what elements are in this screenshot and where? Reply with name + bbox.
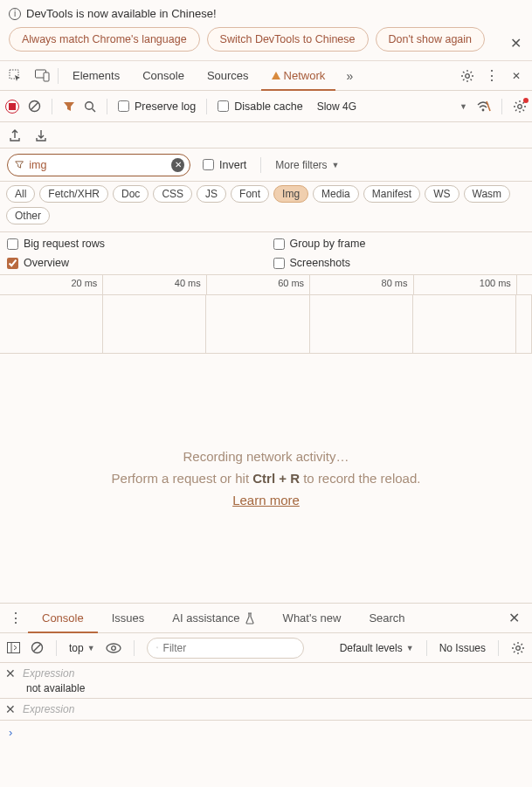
overview-timeline[interactable]: 20 ms40 ms60 ms80 ms100 ms <box>0 275 532 354</box>
live-expression-row: ✕Expression <box>0 699 532 720</box>
group-by-frame-checkbox[interactable]: Group by frame <box>273 238 526 250</box>
drawer-tab-ai[interactable]: AI assistance <box>158 604 268 633</box>
svg-point-8 <box>482 109 485 112</box>
console-toolbar: top ▼ Default levels ▼ No Issues <box>0 633 532 663</box>
settings-gear-icon[interactable] <box>455 64 480 88</box>
timeline-label: 100 ms <box>414 275 517 294</box>
expression-placeholder[interactable]: Expression <box>23 703 74 715</box>
sidebar-toggle-icon[interactable] <box>7 642 20 653</box>
svg-point-17 <box>516 645 521 650</box>
warning-icon <box>272 72 280 79</box>
overview-checkbox[interactable]: Overview <box>7 257 259 269</box>
svg-rect-2 <box>44 72 49 81</box>
network-toolbar: Preserve log Disable cache Slow 4G ▼ <box>0 91 532 122</box>
drawer-menu-icon[interactable]: ⋮ <box>3 606 28 631</box>
clear-button[interactable] <box>28 100 41 113</box>
main-tabbar: Elements Console Sources Network » ⋮ ✕ <box>0 61 532 91</box>
tab-sources[interactable]: Sources <box>197 61 259 91</box>
svg-rect-11 <box>8 643 20 653</box>
type-chip-css[interactable]: CSS <box>153 185 192 203</box>
timeline-label: 40 ms <box>103 275 206 294</box>
filter-toggle-icon[interactable] <box>63 100 75 113</box>
clear-console-icon[interactable] <box>31 641 44 654</box>
kebab-menu-icon[interactable]: ⋮ <box>480 64 504 88</box>
filter-input[interactable] <box>29 159 166 171</box>
expression-placeholder[interactable]: Expression <box>23 667 74 680</box>
funnel-icon <box>156 643 158 652</box>
switch-chinese-button[interactable]: Switch DevTools to Chinese <box>207 27 369 52</box>
throttle-arrow-icon[interactable]: ▼ <box>459 102 467 111</box>
timeline-label: 20 ms <box>0 275 103 294</box>
screenshots-checkbox[interactable]: Screenshots <box>273 257 526 269</box>
svg-point-15 <box>107 644 121 652</box>
svg-line-14 <box>34 645 41 652</box>
type-chip-doc[interactable]: Doc <box>113 185 149 203</box>
live-expressions: ✕Expressionnot available✕Expression <box>0 663 532 721</box>
timeline-label: 80 ms <box>310 275 413 294</box>
type-chip-img[interactable]: Img <box>273 185 308 203</box>
drawer-tab-whatsnew[interactable]: What's new <box>269 604 356 633</box>
console-settings-icon[interactable] <box>511 641 525 655</box>
drawer-tab-search[interactable]: Search <box>355 604 418 633</box>
invert-checkbox[interactable]: Invert <box>203 159 246 171</box>
big-rows-checkbox[interactable]: Big request rows <box>7 238 259 250</box>
type-chip-wasm[interactable]: Wasm <box>464 185 511 203</box>
console-filter-input[interactable] <box>163 642 294 654</box>
device-toggle-icon[interactable] <box>30 64 54 88</box>
empty-line1: Recording network activity… <box>183 449 349 464</box>
issues-link[interactable]: No Issues <box>439 642 486 654</box>
drawer-tab-issues[interactable]: Issues <box>98 604 159 633</box>
tab-elements[interactable]: Elements <box>62 61 130 91</box>
empty-state: Recording network activity… Perform a re… <box>0 354 532 604</box>
svg-point-10 <box>518 104 522 108</box>
more-tabs-icon[interactable]: » <box>337 64 362 88</box>
type-chip-other[interactable]: Other <box>6 207 50 224</box>
type-chip-all[interactable]: All <box>6 185 35 203</box>
remove-expression-icon[interactable]: ✕ <box>5 702 16 716</box>
close-icon[interactable]: ✕ <box>510 35 522 52</box>
type-chip-js[interactable]: JS <box>197 185 226 203</box>
drawer-close-icon[interactable]: ✕ <box>500 610 529 626</box>
tab-network[interactable]: Network <box>261 61 336 91</box>
close-devtools-icon[interactable]: ✕ <box>504 64 529 88</box>
import-har-icon[interactable] <box>35 128 47 142</box>
network-conditions-icon[interactable] <box>476 100 491 113</box>
expression-value: not available <box>5 682 527 694</box>
dont-show-again-button[interactable]: Don't show again <box>376 27 486 52</box>
display-options: Big request rows Overview Group by frame… <box>0 232 532 275</box>
live-expression-row: ✕Expressionnot available <box>0 663 532 698</box>
inspect-icon[interactable] <box>3 64 28 88</box>
drawer-tab-console[interactable]: Console <box>28 604 98 633</box>
learn-more-link[interactable]: Learn more <box>232 493 300 507</box>
preserve-log-checkbox[interactable]: Preserve log <box>118 100 196 113</box>
network-settings-icon[interactable] <box>513 100 527 114</box>
type-chip-ws[interactable]: WS <box>425 185 459 203</box>
type-chip-fetchxhr[interactable]: Fetch/XHR <box>39 185 108 203</box>
notice-title: DevTools is now available in Chinese! <box>26 7 217 20</box>
record-button[interactable] <box>5 100 19 114</box>
search-icon[interactable] <box>84 100 96 113</box>
tab-console[interactable]: Console <box>132 61 195 91</box>
export-har-icon[interactable] <box>9 128 21 142</box>
log-levels-select[interactable]: Default levels ▼ <box>340 642 414 654</box>
context-select[interactable]: top ▼ <box>69 642 95 654</box>
throttling-select[interactable]: Slow 4G <box>312 99 362 114</box>
type-filter-chips: AllFetch/XHRDocCSSJSFontImgMediaManifest… <box>0 182 532 232</box>
disable-cache-checkbox[interactable]: Disable cache <box>218 100 303 113</box>
clear-filter-icon[interactable]: ✕ <box>171 158 184 172</box>
filter-input-wrap: ✕ <box>7 154 190 176</box>
remove-expression-icon[interactable]: ✕ <box>5 666 16 680</box>
live-expression-icon[interactable] <box>106 643 121 653</box>
more-filters-dropdown[interactable]: More filters ▼ <box>275 159 339 171</box>
svg-line-7 <box>93 108 96 112</box>
type-chip-media[interactable]: Media <box>313 185 359 203</box>
empty-line2: Perform a request or hit Ctrl + R to rec… <box>112 471 421 486</box>
type-chip-font[interactable]: Font <box>231 185 269 203</box>
match-language-button[interactable]: Always match Chrome's language <box>9 27 200 52</box>
filter-row: ✕ Invert More filters ▼ <box>0 148 532 182</box>
type-chip-manifest[interactable]: Manifest <box>363 185 420 203</box>
svg-line-9 <box>487 101 490 111</box>
language-notice: i DevTools is now available in Chinese! … <box>0 0 532 61</box>
console-prompt[interactable]: › <box>0 721 532 744</box>
flask-icon <box>245 612 255 625</box>
